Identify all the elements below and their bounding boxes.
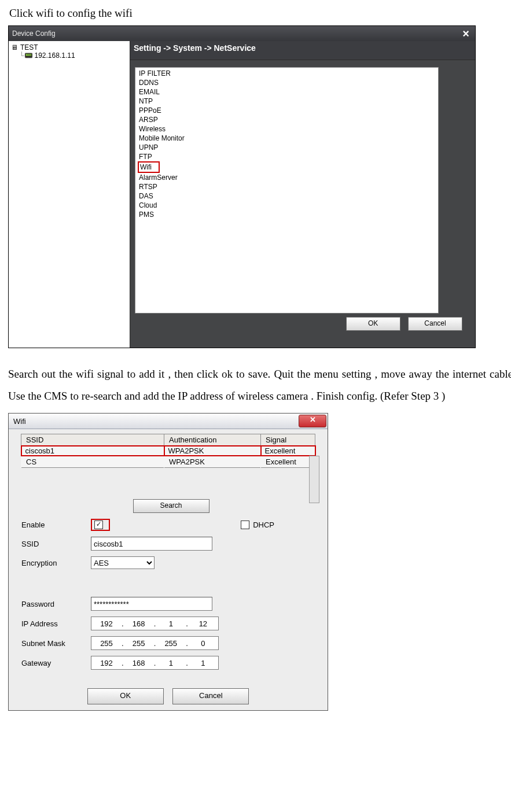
mask-label: Subnet Mask [21,639,91,648]
tree-branch-icon: └ [19,51,24,60]
encryption-label: Encryption [21,559,91,567]
wifi-titlebar: Wifi ✕ [9,414,328,429]
instruction-text-2: Search out the wifi signal to add it , t… [8,363,511,407]
service-item[interactable]: RTSP [138,182,436,191]
service-item[interactable]: DDNS [138,78,436,87]
wifi-window-title: Wifi [13,417,26,426]
service-item[interactable]: FTP [138,152,436,161]
netservice-list[interactable]: IP FILTERDDNSEMAILNTPPPPoEARSPWirelessMo… [135,67,439,313]
device-icon: 📟 [24,51,34,60]
col-signal: Signal [261,434,315,446]
mask-oct1[interactable]: 255 [91,639,122,648]
encryption-select[interactable]: AES [91,556,155,569]
service-item[interactable]: PMS [138,210,436,219]
service-item[interactable]: IP FILTER [138,69,436,78]
mask-oct4[interactable]: 0 [188,639,218,648]
ip-oct1[interactable]: 192 [91,619,122,628]
col-ssid: SSID [21,434,164,446]
dhcp-checkbox[interactable] [241,521,249,529]
tree-root-label: TEST [20,43,38,51]
search-button[interactable]: Search [133,499,209,513]
service-item[interactable]: NTP [138,97,436,106]
ip-oct4[interactable]: 12 [188,619,218,628]
enable-label: Enable [21,521,91,529]
cancel-button[interactable]: Cancel [408,317,462,331]
service-item[interactable]: DAS [138,191,436,201]
service-item[interactable]: Cloud [138,201,436,210]
tree-ip-label: 192.168.1.11 [35,51,75,60]
table-header-row: SSID Authentication Signal [21,434,315,446]
ip-oct3[interactable]: 1 [156,619,186,628]
device-tree[interactable]: 🖥 TEST └ 📟 192.168.1.11 [9,41,130,348]
password-input[interactable] [91,597,212,611]
ip-address-input[interactable]: 192. 168. 1. 12 [91,617,219,630]
table-row[interactable]: CSWPA2PSKExcellent [21,456,315,468]
tree-root[interactable]: 🖥 TEST [10,43,128,51]
dhcp-label: DHCP [253,521,274,529]
password-label: Password [21,600,91,608]
gw-oct3[interactable]: 1 [156,659,186,667]
close-icon[interactable]: × [460,27,472,40]
wifi-cancel-button[interactable]: Cancel [172,688,249,704]
gw-oct4[interactable]: 1 [188,659,218,667]
service-item[interactable]: AlarmServer [138,173,436,182]
service-item[interactable]: UPNP [138,143,436,152]
col-auth: Authentication [164,434,261,446]
ip-label: IP Address [21,619,91,628]
ssid-input[interactable] [91,537,212,551]
service-item[interactable]: PPPoE [138,106,436,115]
tree-ip-item[interactable]: └ 📟 192.168.1.11 [10,51,128,60]
mask-oct2[interactable]: 255 [124,639,154,648]
instruction-text-1: Click wifi to config the wifi [9,2,511,24]
ssid-label: SSID [21,540,91,548]
close-button[interactable]: ✕ [299,415,326,427]
gw-oct1[interactable]: 192 [91,659,122,667]
gateway-label: Gateway [21,659,91,667]
device-config-window: Device Config × 🖥 TEST └ 📟 192.168.1.11 … [8,25,476,348]
window-title: Device Config [12,29,56,38]
wifi-ok-button[interactable]: OK [87,688,164,704]
service-item[interactable]: Wireless [138,124,436,134]
device-config-titlebar: Device Config × [9,26,475,41]
computer-icon: 🖥 [10,43,19,51]
gw-oct2[interactable]: 168 [124,659,154,667]
gateway-input[interactable]: 192. 168. 1. 1 [91,656,219,670]
service-item[interactable]: Wifi [138,161,160,173]
ok-button[interactable]: OK [346,317,400,331]
wifi-dialog: Wifi ✕ SSID Authentication Signal ciscos… [8,413,328,711]
wifi-networks-table[interactable]: SSID Authentication Signal ciscosb1WPA2P… [21,434,316,468]
enable-checkbox-highlight [91,519,110,531]
enable-checkbox[interactable] [94,521,103,529]
breadcrumb: Setting -> System -> NetService [130,41,475,60]
service-item[interactable]: Mobile Monitor [138,134,436,143]
ip-oct2[interactable]: 168 [124,619,154,628]
table-row[interactable]: ciscosb1WPA2PSKExcellent [21,446,315,456]
mask-oct3[interactable]: 255 [156,639,186,648]
subnet-mask-input[interactable]: 255. 255. 255. 0 [91,636,219,650]
scrollbar[interactable] [309,456,319,503]
service-item[interactable]: ARSP [138,115,436,124]
service-item[interactable]: EMAIL [138,87,436,97]
